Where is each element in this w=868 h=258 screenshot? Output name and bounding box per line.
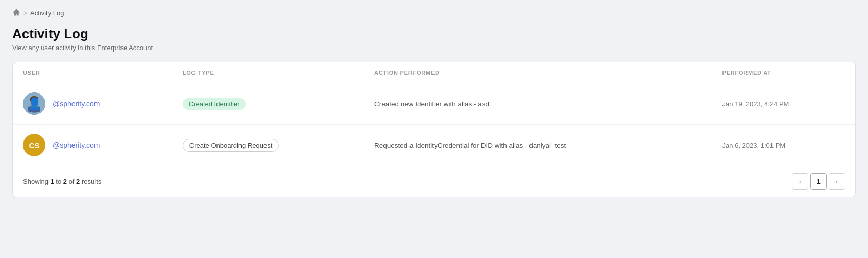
avatar-initials-1: CS (23, 134, 45, 156)
table-row: CS @spherity.com Create Onboarding Reque… (13, 125, 855, 166)
user-email-0[interactable]: @spherity.com (53, 100, 100, 108)
pagination-page-1-button[interactable]: 1 (810, 173, 827, 190)
user-email-1[interactable]: @spherity.com (53, 141, 100, 149)
action-text-1: Requested a IdentityCredential for DID w… (374, 142, 566, 149)
pagination-next-button[interactable]: › (829, 173, 845, 190)
activity-log-table: USER LOG TYPE ACTION PERFORMED PERFORMED… (13, 62, 855, 166)
log-type-badge-1: Create Onboarding Request (183, 139, 279, 152)
pagination-results-label: results (82, 178, 101, 185)
user-cell-1: CS @spherity.com (13, 125, 173, 166)
pagination-total: 2 (76, 178, 80, 185)
svg-rect-4 (30, 99, 38, 101)
col-action-performed: ACTION PERFORMED (364, 62, 712, 83)
breadcrumb: > Activity Log (12, 8, 856, 18)
col-performed-at: PERFORMED AT (712, 62, 855, 83)
pagination-from: 1 (50, 178, 54, 185)
performed-at-cell-1: Jan 6, 2023, 1:01 PM (712, 125, 855, 166)
showing-text: Showing 1 to 2 of 2 results (23, 178, 101, 185)
avatar-photo-0 (23, 92, 45, 115)
activity-log-table-container: USER LOG TYPE ACTION PERFORMED PERFORMED… (12, 62, 856, 197)
col-user: USER (13, 62, 173, 83)
log-type-cell-1: Create Onboarding Request (173, 125, 364, 166)
pagination-prev-button[interactable]: ‹ (792, 173, 808, 190)
log-type-cell-0: Created Identifier (173, 83, 364, 125)
col-log-type: LOG TYPE (173, 62, 364, 83)
breadcrumb-current: Activity Log (30, 9, 64, 17)
user-cell-0: @spherity.com (13, 83, 173, 125)
action-text-0: Created new Identifier with alias - asd (374, 100, 489, 108)
breadcrumb-separator: > (23, 10, 27, 17)
action-cell-1: Requested a IdentityCredential for DID w… (364, 125, 712, 166)
svg-point-2 (30, 98, 38, 106)
svg-point-3 (30, 96, 38, 101)
pagination-row: Showing 1 to 2 of 2 results ‹ 1 › (13, 166, 855, 197)
action-cell-0: Created new Identifier with alias - asd (364, 83, 712, 125)
performed-at-0: Jan 19, 2023, 4:24 PM (722, 100, 789, 108)
page-subtitle: View any user activity in this Enterpris… (12, 44, 856, 52)
table-header-row: USER LOG TYPE ACTION PERFORMED PERFORMED… (13, 62, 855, 83)
pagination-controls: ‹ 1 › (792, 173, 845, 190)
performed-at-1: Jan 6, 2023, 1:01 PM (722, 142, 786, 149)
svg-rect-5 (28, 107, 40, 112)
home-icon[interactable] (12, 8, 20, 18)
table-row: @spherity.com Created IdentifierCreated … (13, 83, 855, 125)
page-title: Activity Log (12, 26, 856, 42)
log-type-badge-0: Created Identifier (183, 98, 246, 110)
performed-at-cell-0: Jan 19, 2023, 4:24 PM (712, 83, 855, 125)
pagination-to: 2 (63, 178, 67, 185)
